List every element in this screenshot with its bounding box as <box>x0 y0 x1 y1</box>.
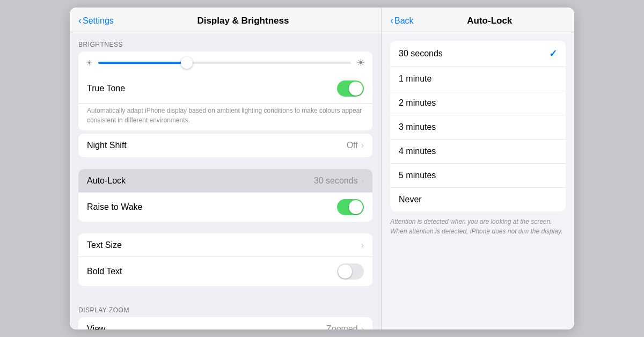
back-label: Settings <box>83 16 114 26</box>
sun-small-icon: ☀ <box>86 58 93 67</box>
brightness-slider-fill <box>98 62 187 64</box>
back-chevron-left-icon: ‹ <box>390 15 393 26</box>
right-nav-bar: ‹ Back Auto-Lock <box>382 8 574 32</box>
display-zoom-header: DISPLAY ZOOM <box>70 298 381 317</box>
bold-text-row: Bold Text <box>78 257 372 286</box>
true-tone-knob <box>349 82 363 96</box>
divider-1 <box>70 160 381 169</box>
autolock-back-button[interactable]: ‹ Back <box>390 15 414 26</box>
autolock-footer: Attention is detected when you are looki… <box>382 211 574 241</box>
raise-to-wake-knob <box>349 200 363 214</box>
raise-to-wake-row: Raise to Wake <box>78 193 372 222</box>
brightness-slider-track[interactable] <box>98 62 351 64</box>
autolock-option-label: 5 minutes <box>399 171 557 180</box>
night-shift-row[interactable]: Night Shift Off › <box>78 134 372 157</box>
brightness-slider-thumb[interactable] <box>181 57 193 69</box>
divider-2 <box>70 225 381 233</box>
right-nav-title: Auto-Lock <box>414 16 566 26</box>
left-panel: ‹ Settings Display & Brightness BRIGHTNE… <box>70 8 381 329</box>
left-scroll-area: BRIGHTNESS ☀ ☀ True Tone <box>70 32 381 329</box>
true-tone-label: True Tone <box>87 84 337 93</box>
phone-container: ‹ Settings Display & Brightness BRIGHTNE… <box>70 8 574 329</box>
autolock-group-card: Auto-Lock 30 seconds › Raise to Wake <box>78 169 372 222</box>
night-shift-label: Night Shift <box>87 141 347 150</box>
autolock-option-row[interactable]: 3 minutes <box>390 115 566 140</box>
text-card: Text Size › Bold Text <box>78 233 372 286</box>
night-shift-chevron-icon: › <box>361 141 364 150</box>
view-label: View <box>87 324 326 329</box>
checkmark-icon: ✓ <box>549 48 557 60</box>
back-label-right: Back <box>394 16 414 26</box>
autolock-option-label: 1 minute <box>399 74 557 84</box>
autolock-option-row[interactable]: 30 seconds✓ <box>390 41 566 67</box>
autolock-option-row[interactable]: 4 minutes <box>390 140 566 164</box>
autolock-options-card: 30 seconds✓1 minute2 minutes3 minutes4 m… <box>390 41 566 211</box>
raise-to-wake-label: Raise to Wake <box>87 202 337 212</box>
left-nav-bar: ‹ Settings Display & Brightness <box>70 8 381 32</box>
sun-large-icon: ☀ <box>356 57 365 69</box>
night-shift-value: Off <box>347 141 358 150</box>
divider-3 <box>70 289 381 298</box>
text-size-row[interactable]: Text Size › <box>78 233 372 257</box>
brightness-section: BRIGHTNESS ☀ ☀ True Tone <box>70 32 381 130</box>
bold-text-toggle[interactable] <box>337 263 364 280</box>
brightness-header: BRIGHTNESS <box>70 32 381 52</box>
autolock-option-label: 30 seconds <box>399 49 549 58</box>
true-tone-toggle[interactable] <box>337 80 364 97</box>
autolock-option-row[interactable]: 5 minutes <box>390 164 566 188</box>
settings-back-button[interactable]: ‹ Settings <box>78 15 114 26</box>
display-zoom-card: View Zoomed › <box>78 317 372 329</box>
raise-to-wake-toggle[interactable] <box>337 199 364 215</box>
auto-lock-chevron-icon: › <box>361 176 364 186</box>
text-size-chevron-icon: › <box>361 240 364 250</box>
bold-text-label: Bold Text <box>87 267 337 276</box>
view-row[interactable]: View Zoomed › <box>78 317 372 329</box>
view-value: Zoomed <box>326 324 358 329</box>
true-tone-description: Automatically adapt iPhone display based… <box>78 104 372 130</box>
autolock-option-label: 4 minutes <box>399 146 557 156</box>
true-tone-row: True Tone <box>78 74 372 104</box>
left-nav-title: Display & Brightness <box>114 16 372 26</box>
auto-lock-value: 30 seconds <box>314 176 358 186</box>
view-chevron-icon: › <box>361 324 364 329</box>
autolock-option-label: 2 minutes <box>399 98 557 108</box>
back-chevron-icon: ‹ <box>78 15 82 26</box>
autolock-option-row[interactable]: 1 minute <box>390 67 566 91</box>
bold-text-knob <box>338 265 352 279</box>
autolock-option-label: Never <box>399 195 557 204</box>
autolock-option-row[interactable]: 2 minutes <box>390 91 566 115</box>
brightness-card: ☀ ☀ True Tone Automatically adapt iP <box>78 52 372 130</box>
display-zoom-section: DISPLAY ZOOM View Zoomed › Choose a view… <box>70 298 381 329</box>
text-size-label: Text Size <box>87 240 361 250</box>
brightness-slider-row: ☀ ☀ <box>78 52 372 74</box>
auto-lock-row[interactable]: Auto-Lock 30 seconds › <box>78 169 372 193</box>
auto-lock-label: Auto-Lock <box>87 176 314 186</box>
autolock-option-row[interactable]: Never <box>390 188 566 211</box>
autolock-option-label: 3 minutes <box>399 122 557 132</box>
right-panel: ‹ Back Auto-Lock 30 seconds✓1 minute2 mi… <box>381 8 574 329</box>
night-shift-card: Night Shift Off › <box>78 134 372 157</box>
